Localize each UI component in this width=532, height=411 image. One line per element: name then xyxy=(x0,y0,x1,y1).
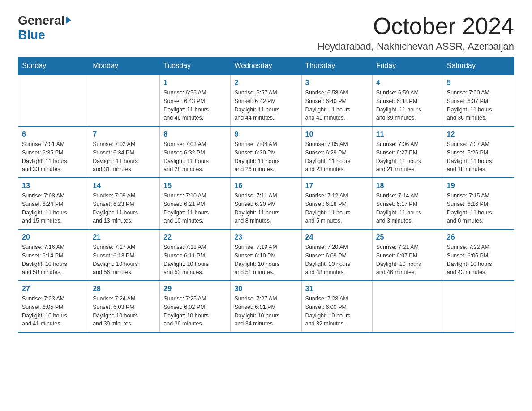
calendar-week-row: 20Sunrise: 7:16 AMSunset: 6:14 PMDayligh… xyxy=(18,229,514,281)
calendar-cell: 15Sunrise: 7:10 AMSunset: 6:21 PMDayligh… xyxy=(160,178,231,229)
day-number: 16 xyxy=(234,182,297,190)
day-info: Sunrise: 7:14 AMSunset: 6:17 PMDaylight:… xyxy=(376,192,439,225)
day-info: Sunrise: 7:11 AMSunset: 6:20 PMDaylight:… xyxy=(234,192,297,225)
calendar-cell: 2Sunrise: 6:57 AMSunset: 6:42 PMDaylight… xyxy=(231,75,301,126)
day-number: 10 xyxy=(305,130,369,138)
day-info: Sunrise: 7:19 AMSunset: 6:10 PMDaylight:… xyxy=(234,243,297,277)
day-info: Sunrise: 7:28 AMSunset: 6:00 PMDaylight:… xyxy=(305,295,369,328)
day-number: 20 xyxy=(22,233,85,241)
day-info: Sunrise: 7:06 AMSunset: 6:27 PMDaylight:… xyxy=(376,140,439,174)
calendar-cell: 26Sunrise: 7:22 AMSunset: 6:06 PMDayligh… xyxy=(443,229,514,281)
day-info: Sunrise: 7:23 AMSunset: 6:05 PMDaylight:… xyxy=(22,295,85,328)
calendar-cell: 25Sunrise: 7:21 AMSunset: 6:07 PMDayligh… xyxy=(372,229,443,281)
day-number: 1 xyxy=(163,79,227,87)
day-info: Sunrise: 7:09 AMSunset: 6:23 PMDaylight:… xyxy=(93,192,156,225)
calendar-cell: 27Sunrise: 7:23 AMSunset: 6:05 PMDayligh… xyxy=(18,281,89,332)
day-number: 7 xyxy=(93,130,156,138)
calendar-cell: 5Sunrise: 7:00 AMSunset: 6:37 PMDaylight… xyxy=(443,75,514,126)
calendar-cell xyxy=(18,75,89,126)
day-number: 2 xyxy=(234,79,297,87)
day-info: Sunrise: 7:20 AMSunset: 6:09 PMDaylight:… xyxy=(305,243,369,277)
calendar-cell xyxy=(89,75,160,126)
day-info: Sunrise: 7:25 AMSunset: 6:02 PMDaylight:… xyxy=(163,295,227,328)
day-info: Sunrise: 7:22 AMSunset: 6:06 PMDaylight:… xyxy=(447,243,510,277)
calendar-cell: 17Sunrise: 7:12 AMSunset: 6:18 PMDayligh… xyxy=(301,178,372,229)
day-number: 29 xyxy=(163,285,227,293)
day-info: Sunrise: 7:07 AMSunset: 6:26 PMDaylight:… xyxy=(447,140,510,174)
day-number: 12 xyxy=(447,130,510,138)
day-number: 21 xyxy=(93,233,156,241)
day-number: 24 xyxy=(305,233,369,241)
day-number: 9 xyxy=(234,130,297,138)
day-number: 13 xyxy=(22,182,85,190)
logo-triangle-icon xyxy=(66,17,71,24)
calendar-cell: 13Sunrise: 7:08 AMSunset: 6:24 PMDayligh… xyxy=(18,178,89,229)
day-number: 25 xyxy=(376,233,439,241)
calendar-cell: 11Sunrise: 7:06 AMSunset: 6:27 PMDayligh… xyxy=(372,126,443,178)
day-info: Sunrise: 7:01 AMSunset: 6:35 PMDaylight:… xyxy=(22,140,85,174)
day-number: 17 xyxy=(305,182,369,190)
calendar-cell: 4Sunrise: 6:59 AMSunset: 6:38 PMDaylight… xyxy=(372,75,443,126)
logo: General Blue xyxy=(18,13,71,42)
day-number: 26 xyxy=(447,233,510,241)
day-info: Sunrise: 7:00 AMSunset: 6:37 PMDaylight:… xyxy=(447,89,510,122)
logo-blue-container xyxy=(64,17,71,25)
day-number: 27 xyxy=(22,285,85,293)
day-info: Sunrise: 7:10 AMSunset: 6:21 PMDaylight:… xyxy=(163,192,227,225)
day-info: Sunrise: 7:03 AMSunset: 6:32 PMDaylight:… xyxy=(163,140,227,174)
calendar-week-row: 6Sunrise: 7:01 AMSunset: 6:35 PMDaylight… xyxy=(18,126,514,178)
calendar-header-row: SundayMondayTuesdayWednesdayThursdayFrid… xyxy=(18,57,514,75)
day-info: Sunrise: 7:04 AMSunset: 6:30 PMDaylight:… xyxy=(234,140,297,174)
day-info: Sunrise: 7:24 AMSunset: 6:03 PMDaylight:… xyxy=(93,295,156,328)
day-info: Sunrise: 6:57 AMSunset: 6:42 PMDaylight:… xyxy=(234,89,297,122)
day-number: 31 xyxy=(305,285,369,293)
calendar-cell: 22Sunrise: 7:18 AMSunset: 6:11 PMDayligh… xyxy=(160,229,231,281)
logo-blue-text: Blue xyxy=(18,28,45,42)
day-number: 18 xyxy=(376,182,439,190)
calendar-cell: 12Sunrise: 7:07 AMSunset: 6:26 PMDayligh… xyxy=(443,126,514,178)
day-number: 4 xyxy=(376,79,439,87)
calendar-week-row: 1Sunrise: 6:56 AMSunset: 6:43 PMDaylight… xyxy=(18,75,514,126)
day-info: Sunrise: 7:18 AMSunset: 6:11 PMDaylight:… xyxy=(163,243,227,277)
day-info: Sunrise: 7:16 AMSunset: 6:14 PMDaylight:… xyxy=(22,243,85,277)
calendar-cell: 16Sunrise: 7:11 AMSunset: 6:20 PMDayligh… xyxy=(231,178,301,229)
day-info: Sunrise: 7:02 AMSunset: 6:34 PMDaylight:… xyxy=(93,140,156,174)
calendar-cell: 7Sunrise: 7:02 AMSunset: 6:34 PMDaylight… xyxy=(89,126,160,178)
day-number: 23 xyxy=(234,233,297,241)
day-number: 11 xyxy=(376,130,439,138)
calendar-cell: 9Sunrise: 7:04 AMSunset: 6:30 PMDaylight… xyxy=(231,126,301,178)
day-number: 3 xyxy=(305,79,369,87)
calendar-cell: 8Sunrise: 7:03 AMSunset: 6:32 PMDaylight… xyxy=(160,126,231,178)
location-title: Heydarabad, Nakhichevan ASSR, Azerbaijan xyxy=(317,41,514,52)
calendar-cell xyxy=(443,281,514,332)
calendar-cell: 23Sunrise: 7:19 AMSunset: 6:10 PMDayligh… xyxy=(231,229,301,281)
day-number: 6 xyxy=(22,130,85,138)
calendar-cell: 10Sunrise: 7:05 AMSunset: 6:29 PMDayligh… xyxy=(301,126,372,178)
day-info: Sunrise: 7:27 AMSunset: 6:01 PMDaylight:… xyxy=(234,295,297,328)
calendar-cell: 28Sunrise: 7:24 AMSunset: 6:03 PMDayligh… xyxy=(89,281,160,332)
day-info: Sunrise: 6:56 AMSunset: 6:43 PMDaylight:… xyxy=(163,89,227,122)
column-header-tuesday: Tuesday xyxy=(160,57,231,75)
day-number: 14 xyxy=(93,182,156,190)
day-info: Sunrise: 7:21 AMSunset: 6:07 PMDaylight:… xyxy=(376,243,439,277)
day-number: 22 xyxy=(163,233,227,241)
calendar-cell: 24Sunrise: 7:20 AMSunset: 6:09 PMDayligh… xyxy=(301,229,372,281)
day-info: Sunrise: 6:59 AMSunset: 6:38 PMDaylight:… xyxy=(376,89,439,122)
day-info: Sunrise: 7:15 AMSunset: 6:16 PMDaylight:… xyxy=(447,192,510,225)
calendar-week-row: 27Sunrise: 7:23 AMSunset: 6:05 PMDayligh… xyxy=(18,281,514,332)
column-header-sunday: Sunday xyxy=(18,57,89,75)
calendar-cell xyxy=(372,281,443,332)
title-block: October 2024 Heydarabad, Nakhichevan ASS… xyxy=(317,13,514,52)
calendar-cell: 30Sunrise: 7:27 AMSunset: 6:01 PMDayligh… xyxy=(231,281,301,332)
day-info: Sunrise: 7:12 AMSunset: 6:18 PMDaylight:… xyxy=(305,192,369,225)
column-header-wednesday: Wednesday xyxy=(231,57,301,75)
calendar-cell: 14Sunrise: 7:09 AMSunset: 6:23 PMDayligh… xyxy=(89,178,160,229)
day-number: 5 xyxy=(447,79,510,87)
calendar-cell: 29Sunrise: 7:25 AMSunset: 6:02 PMDayligh… xyxy=(160,281,231,332)
day-number: 28 xyxy=(93,285,156,293)
day-info: Sunrise: 7:17 AMSunset: 6:13 PMDaylight:… xyxy=(93,243,156,277)
column-header-monday: Monday xyxy=(89,57,160,75)
calendar-cell: 20Sunrise: 7:16 AMSunset: 6:14 PMDayligh… xyxy=(18,229,89,281)
day-number: 30 xyxy=(234,285,297,293)
day-info: Sunrise: 6:58 AMSunset: 6:40 PMDaylight:… xyxy=(305,89,369,122)
